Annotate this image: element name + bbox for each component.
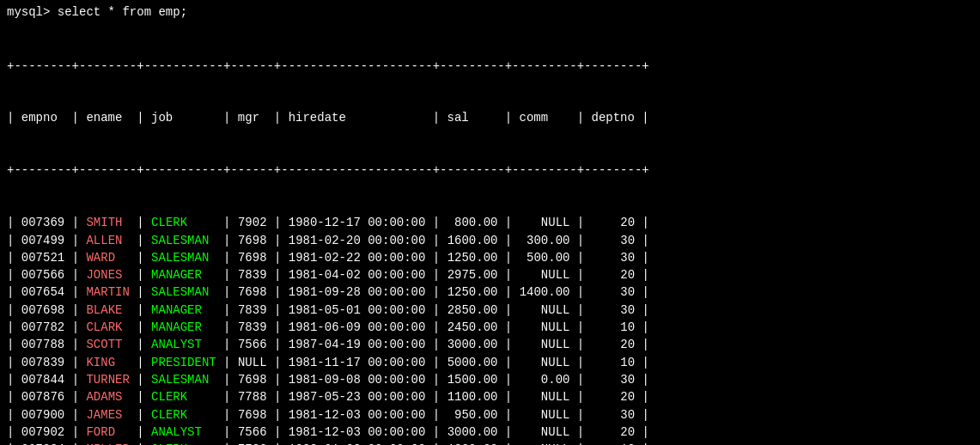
- col-job: CLERK: [151, 216, 216, 229]
- col-sal: 2975.00: [447, 268, 498, 282]
- col-job: PRESIDENT: [151, 356, 216, 369]
- table-row: | 007900 | JAMES | CLERK | 7698 | 1981-1…: [7, 406, 973, 424]
- table-container: +--------+--------+-----------+------+--…: [7, 22, 973, 445]
- col-mgr: 7839: [238, 303, 267, 317]
- col-ename: SMITH: [86, 216, 129, 229]
- col-deptno: 30: [592, 373, 635, 387]
- col-empno: 007876: [21, 390, 64, 404]
- col-sal: 2850.00: [447, 303, 498, 317]
- table-row: | 007566 | JONES | MANAGER | 7839 | 1981…: [7, 266, 973, 283]
- col-comm: NULL: [520, 390, 570, 404]
- col-ename: FORD: [86, 425, 129, 439]
- col-mgr: 7788: [238, 390, 267, 404]
- col-hiredate: 1981-12-03 00:00:00: [289, 408, 426, 422]
- table-row: | 007788 | SCOTT | ANALYST | 7566 | 1987…: [7, 336, 973, 353]
- col-ename: WARD: [86, 251, 129, 265]
- col-deptno: 30: [592, 285, 635, 299]
- col-sal: 1250.00: [447, 251, 498, 265]
- col-mgr: 7698: [238, 408, 267, 422]
- col-comm: NULL: [520, 425, 570, 439]
- col-sal: 3000.00: [447, 425, 498, 439]
- col-job: MANAGER: [151, 268, 216, 282]
- col-hiredate: 1981-09-08 00:00:00: [289, 373, 426, 387]
- col-sal: 950.00: [447, 408, 498, 422]
- col-empno: 007566: [21, 268, 64, 282]
- col-comm: NULL: [520, 320, 570, 334]
- col-deptno: 30: [592, 408, 635, 422]
- col-empno: 007844: [21, 373, 64, 387]
- col-sal: 2450.00: [447, 320, 498, 334]
- col-sal: 1600.00: [447, 234, 498, 247]
- col-ename: KING: [86, 356, 129, 369]
- col-hiredate: 1981-02-20 00:00:00: [289, 234, 426, 247]
- col-comm: NULL: [520, 356, 570, 369]
- separator-header: +--------+--------+-----------+------+--…: [7, 162, 973, 179]
- table-header: | empno | ename | job | mgr | hiredate |…: [7, 109, 973, 126]
- table-row: | 007782 | CLARK | MANAGER | 7839 | 1981…: [7, 319, 973, 336]
- col-ename: CLARK: [86, 320, 129, 334]
- col-deptno: 20: [592, 390, 635, 404]
- col-ename: TURNER: [86, 373, 129, 387]
- col-empno: 007369: [21, 216, 64, 229]
- col-job: ANALYST: [151, 425, 216, 439]
- col-comm: 300.00: [520, 234, 570, 247]
- col-comm: NULL: [520, 268, 570, 282]
- col-deptno: 20: [592, 268, 635, 282]
- col-ename: JAMES: [86, 408, 129, 422]
- col-job: CLERK: [151, 408, 216, 422]
- col-hiredate: 1981-04-02 00:00:00: [289, 268, 426, 282]
- col-deptno: 30: [592, 251, 635, 265]
- col-deptno: 30: [592, 303, 635, 317]
- col-mgr: 7566: [238, 338, 267, 351]
- col-mgr: NULL: [238, 356, 267, 369]
- col-job: SALESMAN: [151, 251, 216, 265]
- col-job: SALESMAN: [151, 373, 216, 387]
- col-deptno: 10: [592, 356, 635, 369]
- col-sal: 1500.00: [447, 373, 498, 387]
- table-row: | 007521 | WARD | SALESMAN | 7698 | 1981…: [7, 249, 973, 266]
- col-deptno: 20: [592, 338, 635, 351]
- table-row: | 007876 | ADAMS | CLERK | 7788 | 1987-0…: [7, 388, 973, 405]
- col-comm: NULL: [520, 408, 570, 422]
- col-sal: 1250.00: [447, 285, 498, 299]
- col-ename: BLAKE: [86, 303, 129, 317]
- col-hiredate: 1981-09-28 00:00:00: [289, 285, 426, 299]
- separator-top: +--------+--------+-----------+------+--…: [7, 58, 973, 75]
- table-row: | 007839 | KING | PRESIDENT | NULL | 198…: [7, 354, 973, 371]
- col-deptno: 10: [592, 320, 635, 334]
- col-sal: 800.00: [447, 216, 498, 229]
- col-empno: 007499: [21, 234, 64, 247]
- table-row: | 007369 | SMITH | CLERK | 7902 | 1980-1…: [7, 214, 973, 231]
- col-empno: 007654: [21, 285, 64, 299]
- col-hiredate: 1981-12-03 00:00:00: [289, 425, 426, 439]
- col-mgr: 7698: [238, 285, 267, 299]
- col-comm: NULL: [520, 338, 570, 351]
- col-mgr: 7698: [238, 251, 267, 265]
- col-empno: 007782: [21, 320, 64, 334]
- col-deptno: 20: [592, 425, 635, 439]
- col-sal: 1100.00: [447, 390, 498, 404]
- col-empno: 007521: [21, 251, 64, 265]
- col-comm: 0.00: [520, 373, 570, 387]
- table-rows: | 007369 | SMITH | CLERK | 7902 | 1980-1…: [7, 214, 973, 445]
- col-job: MANAGER: [151, 320, 216, 334]
- col-sal: 3000.00: [447, 338, 498, 351]
- col-hiredate: 1987-04-19 00:00:00: [289, 338, 426, 351]
- col-deptno: 20: [592, 216, 635, 229]
- col-mgr: 7566: [238, 425, 267, 439]
- table-row: | 007654 | MARTIN | SALESMAN | 7698 | 19…: [7, 283, 973, 301]
- table-row: | 007902 | FORD | ANALYST | 7566 | 1981-…: [7, 424, 973, 441]
- col-empno: 007698: [21, 303, 64, 317]
- col-hiredate: 1981-02-22 00:00:00: [289, 251, 426, 265]
- table-row: | 007934 | MILLER | CLERK | 7782 | 1982-…: [7, 441, 973, 445]
- col-mgr: 7698: [238, 373, 267, 387]
- col-hiredate: 1987-05-23 00:00:00: [289, 390, 426, 404]
- col-job: MANAGER: [151, 303, 216, 317]
- col-hiredate: 1981-11-17 00:00:00: [289, 356, 426, 369]
- col-job: SALESMAN: [151, 285, 216, 299]
- command-line: mysql> select * from emp;: [7, 5, 973, 19]
- col-mgr: 7839: [238, 320, 267, 334]
- col-sal: 5000.00: [447, 356, 498, 369]
- table-row: | 007698 | BLAKE | MANAGER | 7839 | 1981…: [7, 302, 973, 319]
- col-ename: ADAMS: [86, 390, 129, 404]
